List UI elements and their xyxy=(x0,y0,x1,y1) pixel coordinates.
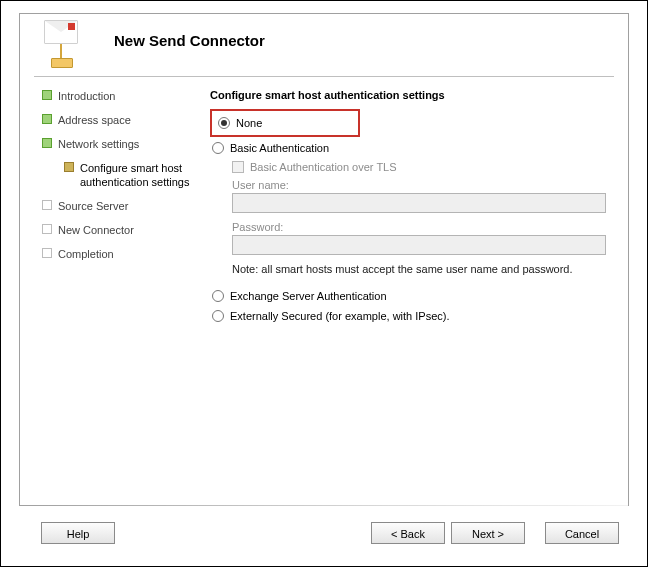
check-icon xyxy=(42,114,52,124)
radio-basic-auth-label: Basic Authentication xyxy=(230,142,329,154)
sidebar-item-source-server[interactable]: Source Server xyxy=(42,199,199,213)
username-label: User name: xyxy=(232,179,614,191)
radio-none[interactable] xyxy=(218,117,230,129)
sidebar-item-network-settings[interactable]: Network settings xyxy=(42,137,199,151)
connector-icon xyxy=(44,20,84,52)
wizard-steps-sidebar: Introduction Address space Network setti… xyxy=(34,89,199,496)
sidebar-item-configure-smart-host-auth[interactable]: Configure smart host authentication sett… xyxy=(64,161,195,189)
sidebar-item-label: New Connector xyxy=(58,223,199,237)
wizard-content: Configure smart host authentication sett… xyxy=(210,89,614,496)
cancel-button[interactable]: Cancel xyxy=(545,522,619,544)
option-basic-row[interactable]: Basic Authentication xyxy=(212,139,614,157)
smart-host-note: Note: all smart hosts must accept the sa… xyxy=(232,263,614,275)
checkbox-basic-auth-tls-label: Basic Authentication over TLS xyxy=(250,161,397,173)
sidebar-item-label: Source Server xyxy=(58,199,199,213)
sidebar-item-completion[interactable]: Completion xyxy=(42,247,199,261)
header-divider xyxy=(34,76,614,77)
check-icon xyxy=(42,90,52,100)
radio-none-label: None xyxy=(236,117,262,129)
wizard-footer: Help < Back Next > Cancel xyxy=(1,506,647,566)
page-title: New Send Connector xyxy=(114,32,265,49)
sidebar-item-label: Introduction xyxy=(58,89,199,103)
wizard-header: New Send Connector xyxy=(20,14,628,74)
sidebar-item-introduction[interactable]: Introduction xyxy=(42,89,199,103)
back-button[interactable]: < Back xyxy=(371,522,445,544)
option-tls-row: Basic Authentication over TLS xyxy=(232,161,614,173)
pending-step-icon xyxy=(42,200,52,210)
password-field xyxy=(232,235,606,255)
highlight-box: None xyxy=(210,109,360,137)
current-step-icon xyxy=(64,162,74,172)
option-exchange-row[interactable]: Exchange Server Authentication xyxy=(212,287,614,305)
sidebar-item-label: Address space xyxy=(58,113,199,127)
password-label: Password: xyxy=(232,221,614,233)
sidebar-item-label: Configure smart host authentication sett… xyxy=(80,161,195,189)
radio-externally-secured-label: Externally Secured (for example, with IP… xyxy=(230,310,449,322)
radio-externally-secured[interactable] xyxy=(212,310,224,322)
radio-exchange-auth[interactable] xyxy=(212,290,224,302)
pending-step-icon xyxy=(42,248,52,258)
help-button[interactable]: Help xyxy=(41,522,115,544)
wizard-dialog: New Send Connector Introduction Address … xyxy=(0,0,648,567)
wizard-panel: New Send Connector Introduction Address … xyxy=(19,13,629,506)
section-title: Configure smart host authentication sett… xyxy=(210,89,614,101)
option-none-row[interactable]: None xyxy=(218,114,354,132)
sidebar-item-new-connector[interactable]: New Connector xyxy=(42,223,199,237)
radio-basic-auth[interactable] xyxy=(212,142,224,154)
radio-exchange-auth-label: Exchange Server Authentication xyxy=(230,290,387,302)
sidebar-item-label: Network settings xyxy=(58,137,199,151)
check-icon xyxy=(42,138,52,148)
pending-step-icon xyxy=(42,224,52,234)
option-ipsec-row[interactable]: Externally Secured (for example, with IP… xyxy=(212,307,614,325)
username-field xyxy=(232,193,606,213)
sidebar-item-address-space[interactable]: Address space xyxy=(42,113,199,127)
checkbox-basic-auth-tls xyxy=(232,161,244,173)
sidebar-item-label: Completion xyxy=(58,247,199,261)
next-button[interactable]: Next > xyxy=(451,522,525,544)
